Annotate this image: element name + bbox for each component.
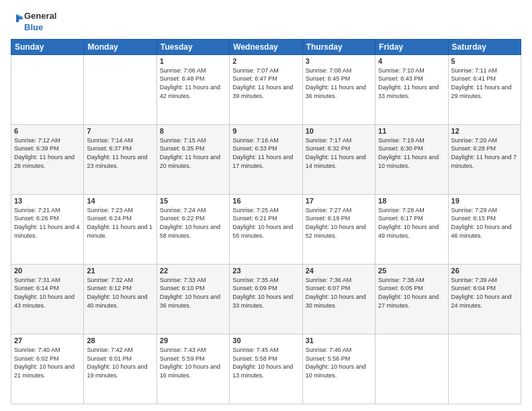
day-number: 25 xyxy=(378,267,445,275)
calendar-week-row: 1Sunrise: 7:06 AMSunset: 6:48 PMDaylight… xyxy=(11,54,521,124)
calendar-cell: 10Sunrise: 7:17 AMSunset: 6:32 PMDayligh… xyxy=(302,124,375,194)
day-detail: Sunrise: 7:38 AMSunset: 6:05 PMDaylight:… xyxy=(378,276,445,310)
calendar-cell: 24Sunrise: 7:36 AMSunset: 6:07 PMDayligh… xyxy=(302,264,375,334)
day-number: 11 xyxy=(378,127,445,135)
logo-bird-icon xyxy=(11,13,23,32)
day-of-week-header: Tuesday xyxy=(157,39,229,54)
day-number: 26 xyxy=(451,267,518,275)
day-detail: Sunrise: 7:11 AMSunset: 6:41 PMDaylight:… xyxy=(451,66,518,100)
day-number: 10 xyxy=(306,127,372,135)
calendar-cell: 11Sunrise: 7:19 AMSunset: 6:30 PMDayligh… xyxy=(375,124,448,194)
day-number: 6 xyxy=(14,127,81,135)
calendar-cell: 19Sunrise: 7:29 AMSunset: 6:15 PMDayligh… xyxy=(448,194,521,264)
day-of-week-header: Monday xyxy=(84,39,157,54)
calendar-cell: 2Sunrise: 7:07 AMSunset: 6:47 PMDaylight… xyxy=(230,54,302,124)
calendar-header-row: SundayMondayTuesdayWednesdayThursdayFrid… xyxy=(11,39,521,54)
day-detail: Sunrise: 7:10 AMSunset: 6:43 PMDaylight:… xyxy=(378,66,445,100)
calendar-cell: 23Sunrise: 7:35 AMSunset: 6:09 PMDayligh… xyxy=(230,264,302,334)
calendar-week-row: 20Sunrise: 7:31 AMSunset: 6:14 PMDayligh… xyxy=(11,264,521,334)
day-detail: Sunrise: 7:32 AMSunset: 6:12 PMDaylight:… xyxy=(87,276,153,310)
logo-line1: General xyxy=(24,11,56,22)
day-detail: Sunrise: 7:31 AMSunset: 6:14 PMDaylight:… xyxy=(14,276,81,310)
day-number: 17 xyxy=(306,197,372,205)
calendar-week-row: 6Sunrise: 7:12 AMSunset: 6:39 PMDaylight… xyxy=(11,124,521,194)
calendar-cell: 14Sunrise: 7:23 AMSunset: 6:24 PMDayligh… xyxy=(84,194,157,264)
calendar-cell: 1Sunrise: 7:06 AMSunset: 6:48 PMDaylight… xyxy=(157,54,229,124)
calendar-cell: 7Sunrise: 7:14 AMSunset: 6:37 PMDaylight… xyxy=(84,124,157,194)
day-number: 27 xyxy=(14,336,81,345)
day-detail: Sunrise: 7:33 AMSunset: 6:10 PMDaylight:… xyxy=(160,276,226,310)
calendar-cell: 8Sunrise: 7:15 AMSunset: 6:35 PMDaylight… xyxy=(157,124,229,194)
day-number: 2 xyxy=(232,57,299,65)
day-number: 5 xyxy=(451,57,518,65)
calendar-cell: 5Sunrise: 7:11 AMSunset: 6:41 PMDaylight… xyxy=(448,54,521,124)
day-number: 29 xyxy=(160,336,226,345)
day-detail: Sunrise: 7:12 AMSunset: 6:39 PMDaylight:… xyxy=(14,136,81,170)
calendar-cell: 6Sunrise: 7:12 AMSunset: 6:39 PMDaylight… xyxy=(11,124,84,194)
day-number: 19 xyxy=(451,197,518,205)
day-number: 28 xyxy=(87,336,153,345)
day-number: 31 xyxy=(306,336,372,345)
day-detail: Sunrise: 7:39 AMSunset: 6:04 PMDaylight:… xyxy=(451,276,518,310)
day-detail: Sunrise: 7:40 AMSunset: 6:02 PMDaylight:… xyxy=(14,346,81,379)
day-detail: Sunrise: 7:23 AMSunset: 6:24 PMDaylight:… xyxy=(87,206,153,240)
calendar-cell: 29Sunrise: 7:43 AMSunset: 5:59 PMDayligh… xyxy=(157,334,229,404)
day-detail: Sunrise: 7:29 AMSunset: 6:15 PMDaylight:… xyxy=(451,206,518,240)
day-number: 12 xyxy=(451,127,518,135)
calendar-cell: 21Sunrise: 7:32 AMSunset: 6:12 PMDayligh… xyxy=(84,264,157,334)
day-detail: Sunrise: 7:24 AMSunset: 6:22 PMDaylight:… xyxy=(160,206,226,240)
day-detail: Sunrise: 7:45 AMSunset: 5:58 PMDaylight:… xyxy=(232,346,299,379)
calendar-week-row: 13Sunrise: 7:21 AMSunset: 6:26 PMDayligh… xyxy=(11,194,521,264)
calendar-cell: 3Sunrise: 7:08 AMSunset: 6:45 PMDaylight… xyxy=(302,54,375,124)
calendar-week-row: 27Sunrise: 7:40 AMSunset: 6:02 PMDayligh… xyxy=(11,334,521,404)
day-of-week-header: Thursday xyxy=(302,39,375,54)
calendar-cell: 9Sunrise: 7:16 AMSunset: 6:33 PMDaylight… xyxy=(230,124,302,194)
day-detail: Sunrise: 7:06 AMSunset: 6:48 PMDaylight:… xyxy=(160,66,226,100)
calendar-cell: 15Sunrise: 7:24 AMSunset: 6:22 PMDayligh… xyxy=(157,194,229,264)
day-detail: Sunrise: 7:28 AMSunset: 6:17 PMDaylight:… xyxy=(378,206,445,240)
day-detail: Sunrise: 7:35 AMSunset: 6:09 PMDaylight:… xyxy=(232,276,299,310)
calendar-cell: 18Sunrise: 7:28 AMSunset: 6:17 PMDayligh… xyxy=(375,194,448,264)
calendar-table: SundayMondayTuesdayWednesdayThursdayFrid… xyxy=(11,39,521,404)
calendar-cell: 26Sunrise: 7:39 AMSunset: 6:04 PMDayligh… xyxy=(448,264,521,334)
calendar-cell: 17Sunrise: 7:27 AMSunset: 6:19 PMDayligh… xyxy=(302,194,375,264)
calendar-cell xyxy=(11,54,84,124)
day-detail: Sunrise: 7:14 AMSunset: 6:37 PMDaylight:… xyxy=(87,136,153,170)
day-number: 4 xyxy=(378,57,445,65)
calendar-cell xyxy=(375,334,448,404)
day-detail: Sunrise: 7:43 AMSunset: 5:59 PMDaylight:… xyxy=(160,346,226,379)
logo: General Blue xyxy=(11,11,56,34)
day-detail: Sunrise: 7:21 AMSunset: 6:26 PMDaylight:… xyxy=(14,206,81,240)
day-of-week-header: Sunday xyxy=(11,39,84,54)
calendar-cell: 27Sunrise: 7:40 AMSunset: 6:02 PMDayligh… xyxy=(11,334,84,404)
calendar-cell: 16Sunrise: 7:25 AMSunset: 6:21 PMDayligh… xyxy=(230,194,302,264)
calendar-cell: 31Sunrise: 7:46 AMSunset: 5:56 PMDayligh… xyxy=(302,334,375,404)
logo-combined: General Blue xyxy=(11,11,56,34)
day-detail: Sunrise: 7:36 AMSunset: 6:07 PMDaylight:… xyxy=(306,276,372,310)
day-number: 13 xyxy=(14,197,81,205)
day-of-week-header: Wednesday xyxy=(230,39,302,54)
day-detail: Sunrise: 7:15 AMSunset: 6:35 PMDaylight:… xyxy=(160,136,226,170)
day-detail: Sunrise: 7:07 AMSunset: 6:47 PMDaylight:… xyxy=(232,66,299,100)
header: General Blue xyxy=(11,11,521,34)
day-number: 14 xyxy=(87,197,153,205)
day-of-week-header: Saturday xyxy=(448,39,521,54)
calendar-cell: 22Sunrise: 7:33 AMSunset: 6:10 PMDayligh… xyxy=(157,264,229,334)
day-number: 24 xyxy=(306,267,372,275)
day-number: 15 xyxy=(160,197,226,205)
page: General Blue SundayMondayTuesdayWednesda… xyxy=(0,0,532,411)
day-detail: Sunrise: 7:17 AMSunset: 6:32 PMDaylight:… xyxy=(306,136,372,170)
day-number: 20 xyxy=(14,267,81,275)
day-number: 22 xyxy=(160,267,226,275)
day-detail: Sunrise: 7:08 AMSunset: 6:45 PMDaylight:… xyxy=(306,66,372,100)
day-number: 7 xyxy=(87,127,153,135)
day-of-week-header: Friday xyxy=(375,39,448,54)
day-number: 1 xyxy=(160,57,226,65)
calendar-cell: 20Sunrise: 7:31 AMSunset: 6:14 PMDayligh… xyxy=(11,264,84,334)
calendar-cell: 4Sunrise: 7:10 AMSunset: 6:43 PMDaylight… xyxy=(375,54,448,124)
day-number: 9 xyxy=(232,127,299,135)
day-detail: Sunrise: 7:25 AMSunset: 6:21 PMDaylight:… xyxy=(232,206,299,240)
day-number: 30 xyxy=(232,336,299,345)
logo-text: General Blue xyxy=(24,11,56,34)
day-number: 16 xyxy=(232,197,299,205)
